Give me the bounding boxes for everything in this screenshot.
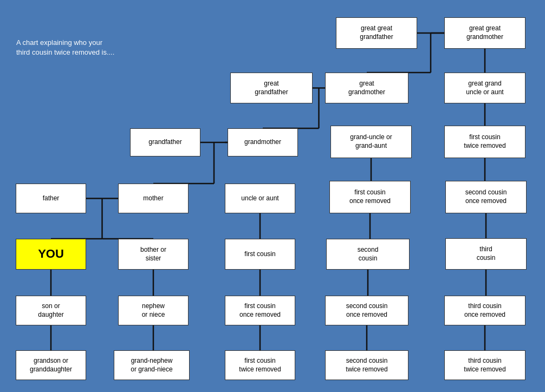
node-gf: greatgrandfather <box>230 73 313 103</box>
node-fctr: first cousintwice removed <box>444 126 525 158</box>
node-scor2: second cousinonce removed <box>325 296 408 325</box>
node-sd: son ordaughter <box>16 296 86 325</box>
node-gua: grand-uncle orgrand-aunt <box>330 126 412 158</box>
node-gggm: great greatgrandmother <box>444 17 525 49</box>
node-gpf: grandfather <box>130 128 200 156</box>
node-ggd: grandson orgranddaughter <box>16 350 86 380</box>
node-tctr: third cousintwice removed <box>444 350 525 380</box>
node-you: YOU <box>16 239 86 270</box>
node-scor: second cousinonce removed <box>445 181 527 213</box>
node-mother: mother <box>118 184 189 213</box>
node-ua: uncle or aunt <box>225 184 295 213</box>
node-fcor: first cousinonce removed <box>329 181 411 213</box>
node-father: father <box>16 184 86 213</box>
node-fcor2: first cousinonce removed <box>225 296 295 325</box>
node-tcor: third cousinonce removed <box>444 296 525 325</box>
node-sctr: second cousintwice removed <box>325 350 408 380</box>
node-gpm: grandmother <box>228 128 298 156</box>
node-gm: greatgrandmother <box>325 73 408 103</box>
node-bs: bother orsister <box>118 239 189 270</box>
node-ggf: great greatgrandfather <box>336 17 417 49</box>
node-ggua: great granduncle or aunt <box>444 73 525 103</box>
node-gnn: grand-nephewor grand-niece <box>114 350 190 380</box>
node-nn: nephewor niece <box>118 296 189 325</box>
page-subtitle: A chart explaining who yourthird cousin … <box>16 38 114 57</box>
node-sc: secondcousin <box>326 239 410 270</box>
node-fctr2: first cousintwice removed <box>225 350 295 380</box>
node-tc: thirdcousin <box>445 238 527 270</box>
node-fc: first cousin <box>225 239 295 270</box>
